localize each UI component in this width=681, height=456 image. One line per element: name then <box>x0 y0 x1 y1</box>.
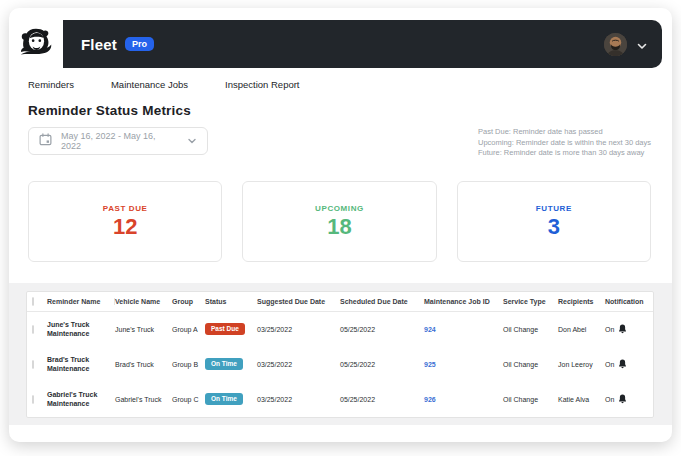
legend-past-due: Past Due: Reminder date has passed <box>478 127 651 138</box>
col-header-notification[interactable]: Notification <box>605 298 655 305</box>
metric-value: 12 <box>113 216 137 238</box>
row-checkbox[interactable] <box>32 360 34 369</box>
nav-tab-reminders[interactable]: Reminders <box>28 79 74 90</box>
metric-label: FUTURE <box>536 204 572 213</box>
calendar-icon <box>39 132 52 150</box>
metric-value: 18 <box>327 216 351 238</box>
nav-tab-maintenance-jobs[interactable]: Maintenance Jobs <box>111 79 188 90</box>
col-header-maintenance-job-id[interactable]: Maintenance Job ID <box>424 298 503 305</box>
cell-service-type: Oil Change <box>503 325 558 334</box>
cell-recipients: Katie Alva <box>558 395 605 404</box>
status-badge: Past Due <box>205 323 245 335</box>
cell-suggested-due-date: 03/25/2022 <box>257 360 340 369</box>
col-header-recipients[interactable]: Recipients <box>558 298 605 305</box>
top-bar: Fleet Pro <box>17 20 662 68</box>
cell-reminder-name: Brad's Truck Maintenance <box>47 355 115 373</box>
row-checkbox[interactable] <box>32 395 34 404</box>
notification-state: On <box>605 325 614 334</box>
notification-state: On <box>605 360 614 369</box>
main-nav: Reminders Maintenance Jobs Inspection Re… <box>28 79 672 90</box>
date-range-picker[interactable]: May 16, 2022 - May 16, 2022 <box>28 127 208 155</box>
table-header-row: Reminder Name Vehicle Name Group Status … <box>27 292 653 312</box>
gorilla-logo-icon <box>17 24 55 64</box>
controls-row: May 16, 2022 - May 16, 2022 Past Due: Re… <box>28 127 651 159</box>
status-badge: On Time <box>205 358 243 370</box>
page-title: Reminder Status Metrics <box>28 103 672 118</box>
legend-future: Future: Reminder date is more than 30 da… <box>478 148 651 159</box>
cell-notification: On <box>605 324 655 334</box>
user-avatar[interactable] <box>604 33 627 56</box>
maintenance-job-link[interactable]: 924 <box>424 326 436 333</box>
metric-value: 3 <box>548 216 560 238</box>
bell-icon <box>618 324 627 334</box>
col-header-vehicle-name[interactable]: Vehicle Name <box>115 298 172 305</box>
cell-reminder-name: Gabriel's Truck Maintenance <box>47 390 115 408</box>
table-section: Reminder Name Vehicle Name Group Status … <box>9 283 672 425</box>
cell-reminder-name: June's Truck Maintenance <box>47 320 115 338</box>
col-header-scheduled-due-date[interactable]: Scheduled Due Date <box>340 298 424 305</box>
status-legend: Past Due: Reminder date has passed Upcom… <box>478 127 651 159</box>
table-row[interactable]: Gabriel's Truck Maintenance Gabriel's Tr… <box>27 382 653 417</box>
col-header-group[interactable]: Group <box>172 298 205 305</box>
cell-scheduled-due-date: 05/25/2022 <box>340 360 424 369</box>
cell-notification: On <box>605 359 655 369</box>
app-window: Fleet Pro Reminders Mai <box>9 8 672 442</box>
date-range-value: May 16, 2022 - May 16, 2022 <box>61 131 178 151</box>
table-row[interactable]: June's Truck Maintenance June's Truck Gr… <box>27 312 653 347</box>
bell-icon <box>618 394 627 404</box>
chevron-down-icon[interactable] <box>636 38 648 50</box>
cell-group: Group B <box>172 360 205 369</box>
cell-notification: On <box>605 394 655 404</box>
col-header-service-type[interactable]: Service Type <box>503 298 558 305</box>
status-badge: On Time <box>205 393 243 405</box>
col-header-suggested-due-date[interactable]: Suggested Due Date <box>257 298 340 305</box>
table-row[interactable]: Brad's Truck Maintenance Brad's Truck Gr… <box>27 347 653 382</box>
cell-vehicle-name: Brad's Truck <box>115 360 172 369</box>
notification-state: On <box>605 395 614 404</box>
metric-label: UPCOMING <box>315 204 364 213</box>
cell-service-type: Oil Change <box>503 360 558 369</box>
bell-icon <box>618 359 627 369</box>
maintenance-job-link[interactable]: 925 <box>424 361 436 368</box>
col-header-status[interactable]: Status <box>205 298 257 305</box>
metric-label: PAST DUE <box>103 204 148 213</box>
cell-scheduled-due-date: 05/25/2022 <box>340 325 424 334</box>
header-bar: Fleet Pro <box>63 20 662 68</box>
row-checkbox[interactable] <box>32 325 34 334</box>
cell-suggested-due-date: 03/25/2022 <box>257 325 340 334</box>
cell-vehicle-name: Gabriel's Truck <box>115 395 172 404</box>
cell-recipients: Jon Leeroy <box>558 360 605 369</box>
legend-upcoming: Upcoming: Reminder date is within the ne… <box>478 138 651 149</box>
cell-group: Group A <box>172 325 205 334</box>
brand-name: Fleet <box>81 36 117 53</box>
cell-group: Group C <box>172 395 205 404</box>
metric-card-upcoming[interactable]: UPCOMING 18 <box>242 181 436 262</box>
cell-service-type: Oil Change <box>503 395 558 404</box>
nav-tab-inspection-report[interactable]: Inspection Report <box>225 79 299 90</box>
metric-cards: PAST DUE 12 UPCOMING 18 FUTURE 3 <box>28 181 651 262</box>
date-chevron-down-icon <box>187 132 197 150</box>
metric-card-past-due[interactable]: PAST DUE 12 <box>28 181 222 262</box>
select-all-checkbox[interactable] <box>32 297 34 306</box>
cell-suggested-due-date: 03/25/2022 <box>257 395 340 404</box>
cell-scheduled-due-date: 05/25/2022 <box>340 395 424 404</box>
pro-badge: Pro <box>125 37 154 51</box>
cell-vehicle-name: June's Truck <box>115 325 172 334</box>
account-menu[interactable] <box>604 33 648 56</box>
metric-card-future[interactable]: FUTURE 3 <box>457 181 651 262</box>
reminders-table: Reminder Name Vehicle Name Group Status … <box>26 291 654 418</box>
cell-recipients: Don Abel <box>558 325 605 334</box>
maintenance-job-link[interactable]: 926 <box>424 396 436 403</box>
col-header-reminder-name[interactable]: Reminder Name <box>47 298 115 305</box>
